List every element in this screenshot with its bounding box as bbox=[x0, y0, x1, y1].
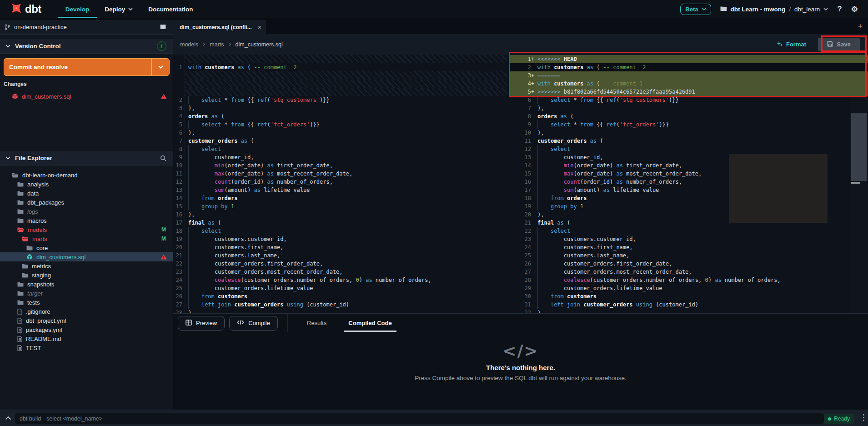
commit-and-resolve-button[interactable]: Commit and resolve bbox=[4, 58, 170, 76]
file-explorer-header[interactable]: File Explorer bbox=[0, 151, 173, 165]
code-line-16[interactable]: 16), bbox=[173, 210, 507, 219]
code-line-2[interactable]: 2 select * from {{ ref('stg_customers')}… bbox=[173, 96, 507, 104]
tree-item-dim-customers-sql[interactable]: dim_customers.sql bbox=[0, 252, 173, 261]
code-line-29[interactable]: 29 customer_orders.lifetime_value bbox=[510, 284, 868, 292]
command-input[interactable] bbox=[15, 413, 824, 424]
code-line-20[interactable]: 20 customers.first_name, bbox=[173, 243, 507, 251]
code-line-22[interactable]: 22 customer_orders.first_order_date, bbox=[173, 260, 507, 268]
code-line-9[interactable]: 9 customer_id, bbox=[173, 153, 507, 161]
beta-dropdown[interactable]: Beta bbox=[680, 4, 711, 15]
breadcrumb-segment[interactable]: marts bbox=[210, 41, 224, 48]
code-line-1[interactable]: 1+<<<<<<< HEAD bbox=[510, 55, 868, 63]
breadcrumb-segment[interactable]: dim_customers.sql bbox=[236, 41, 283, 48]
compile-button[interactable]: Compile bbox=[229, 316, 278, 331]
merge-pane-left[interactable]: 1with customers as ( -- comment 22 selec… bbox=[173, 55, 507, 313]
tree-item--gitignore[interactable]: .gitignore bbox=[0, 307, 173, 316]
tree-item-metrics[interactable]: metrics bbox=[0, 261, 173, 271]
tree-item-macros[interactable]: macros bbox=[0, 216, 173, 225]
code-line-21[interactable]: 21 customers.last_name, bbox=[173, 251, 507, 260]
code-line-27[interactable]: 27 left join customer_orders using (cust… bbox=[173, 301, 507, 309]
code-line-1[interactable]: 1with customers as ( -- comment 2 bbox=[173, 63, 507, 71]
docs-book-icon[interactable] bbox=[159, 24, 167, 30]
code-line-25[interactable]: 25 customer_orders.lifetime_value bbox=[173, 284, 507, 292]
code-line-12[interactable]: 12 count(order_id) as number_of_orders, bbox=[173, 178, 507, 186]
tree-item-dbt-learn-on-demand[interactable]: dbt-learn-on-demand bbox=[0, 170, 173, 180]
format-button[interactable]: Format bbox=[777, 40, 806, 48]
tree-item-test[interactable]: TEST bbox=[0, 343, 173, 352]
tree-item-dbt-packages[interactable]: dbt_packages bbox=[0, 198, 173, 207]
kebab-menu-icon[interactable] bbox=[863, 414, 864, 421]
search-icon[interactable] bbox=[160, 155, 166, 161]
tree-item-snapshots[interactable]: snapshots bbox=[0, 280, 173, 289]
code-line-19[interactable]: 19 customers.customer_id, bbox=[173, 235, 507, 243]
tree-item-staging[interactable]: staging bbox=[0, 271, 173, 280]
code-line-27[interactable]: 27 customer_orders.most_recent_order_dat… bbox=[510, 268, 868, 276]
changed-file-row[interactable]: dim_customers.sql bbox=[0, 91, 173, 101]
code-line-24[interactable]: 24 coalesce(customer_orders.number_of_or… bbox=[173, 276, 507, 284]
scrollbar-handle[interactable] bbox=[851, 182, 860, 184]
code-line-28[interactable]: 28) bbox=[173, 309, 507, 313]
nav-item-documentation[interactable]: Documentation bbox=[140, 0, 201, 18]
code-line-13[interactable]: 13 sum(amount) as lifetime_value bbox=[173, 186, 507, 194]
tree-item-models[interactable]: modelsM bbox=[0, 225, 173, 234]
close-icon[interactable]: × bbox=[258, 24, 261, 31]
scrollbar-thumb[interactable] bbox=[851, 113, 867, 181]
code-line-5[interactable]: 5 select * from {{ ref('fct_orders')}} bbox=[173, 120, 507, 129]
tree-item-analysis[interactable]: analysis bbox=[0, 180, 173, 189]
code-line-26[interactable]: 26 customer_orders.first_order_date, bbox=[510, 260, 868, 268]
code-line-10[interactable]: 10 ), bbox=[510, 129, 868, 137]
code-line-17[interactable]: 17final as ( bbox=[173, 219, 507, 227]
save-button[interactable]: Save bbox=[818, 38, 860, 51]
nav-item-deploy[interactable]: Deploy bbox=[97, 0, 140, 18]
gear-icon[interactable]: ⚙ bbox=[851, 5, 858, 14]
tree-item-packages-yml[interactable]: packages.yml bbox=[0, 325, 173, 334]
code-line-3[interactable]: 3+======= bbox=[510, 71, 868, 80]
tab-compiled-code[interactable]: Compiled Code bbox=[337, 314, 402, 332]
code-line-25[interactable]: 25 customers.last_name, bbox=[510, 251, 868, 260]
code-line-3[interactable]: 3), bbox=[173, 104, 507, 112]
commit-options-caret[interactable] bbox=[151, 59, 169, 75]
tree-item-data[interactable]: data bbox=[0, 189, 173, 198]
preview-button[interactable]: Preview bbox=[178, 316, 225, 331]
code-line-9[interactable]: 9 select * from {{ ref('fct_orders')}} bbox=[510, 120, 868, 129]
branch-bar[interactable]: on-demand-practice bbox=[0, 20, 173, 35]
tree-item-core[interactable]: core bbox=[0, 243, 173, 252]
code-line-31[interactable]: 31 left join customer_orders using (cust… bbox=[510, 301, 868, 309]
tree-item-target[interactable]: target bbox=[0, 289, 173, 298]
tab-results[interactable]: Results bbox=[296, 314, 337, 332]
code-line-6[interactable]: 6), bbox=[173, 129, 507, 137]
version-control-header[interactable]: Version Control 1 bbox=[0, 39, 173, 54]
code-line-7[interactable]: 7customer_orders as ( bbox=[173, 137, 507, 145]
dbt-logo[interactable]: dbt bbox=[10, 2, 41, 16]
tab-dim-customers[interactable]: dim_customers.sql (confli... × bbox=[173, 20, 266, 34]
workspace-selector[interactable]: dbt Learn - mwong / dbt_learn bbox=[720, 6, 828, 13]
code-line-18[interactable]: 18 select bbox=[173, 227, 507, 235]
code-line-24[interactable]: 24 customers.first_name, bbox=[510, 243, 868, 251]
code-line-14[interactable]: 14 from orders bbox=[173, 194, 507, 202]
code-line-7[interactable]: 7 ), bbox=[510, 104, 868, 112]
code-line-23[interactable]: 23 customer_orders.most_recent_order_dat… bbox=[173, 268, 507, 276]
code-line-5[interactable]: 5+>>>>>>> b81f802a66fd544504c65721e3ffaa… bbox=[510, 88, 868, 96]
code-line-26[interactable]: 26 from customers bbox=[173, 292, 507, 301]
nav-item-develop[interactable]: Develop bbox=[58, 0, 97, 18]
code-line-8[interactable]: 8 select bbox=[173, 145, 507, 153]
code-line-22[interactable]: 22 select bbox=[510, 227, 868, 235]
tree-item-logs[interactable]: logs bbox=[0, 207, 173, 216]
code-line-30[interactable]: 30 from customers bbox=[510, 292, 868, 301]
code-line-10[interactable]: 10 min(order_date) as first_order_date, bbox=[173, 161, 507, 170]
code-line-15[interactable]: 15 group by 1 bbox=[173, 202, 507, 210]
chevron-up-icon[interactable] bbox=[5, 416, 11, 420]
code-line-4[interactable]: 4+with customers as ( -- comment 1 bbox=[510, 80, 868, 88]
code-line-11[interactable]: 11 customer_orders as ( bbox=[510, 137, 868, 145]
code-line-23[interactable]: 23 customers.customer_id, bbox=[510, 235, 868, 243]
help-icon[interactable]: ? bbox=[837, 5, 842, 14]
new-tab-plus-icon[interactable]: + bbox=[858, 22, 863, 31]
code-line-12[interactable]: 12 select bbox=[510, 145, 868, 153]
code-line-2[interactable]: 2 with customers as ( -- comment 2 bbox=[510, 63, 868, 71]
tree-item-tests[interactable]: tests bbox=[0, 298, 173, 307]
code-line-11[interactable]: 11 max(order_date) as most_recent_order_… bbox=[173, 170, 507, 178]
code-line-8[interactable]: 8 orders as ( bbox=[510, 112, 868, 120]
tree-item-dbt-project-yml[interactable]: dbt_project.yml bbox=[0, 316, 173, 325]
code-line-32[interactable]: 32 ) bbox=[510, 309, 868, 313]
tree-item-readme-md[interactable]: README.md bbox=[0, 334, 173, 343]
